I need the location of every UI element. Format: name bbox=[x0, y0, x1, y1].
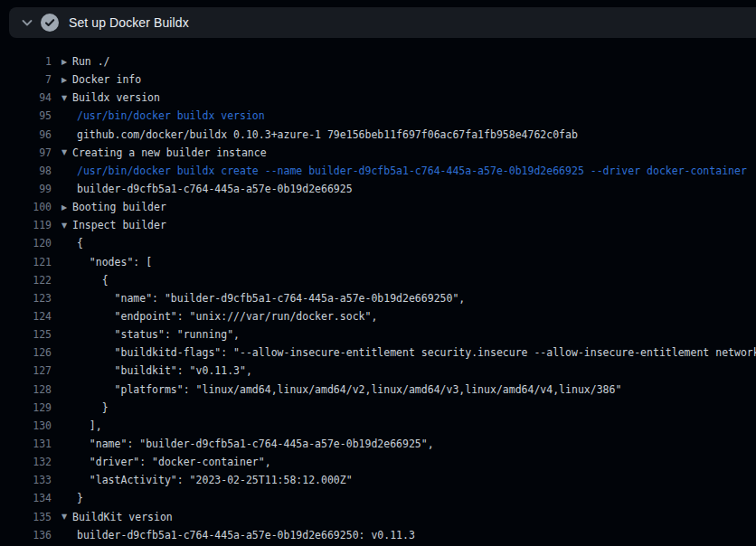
log-line-number[interactable]: 126 bbox=[0, 346, 52, 359]
log-row: 128 "platforms": "linux/amd64,linux/amd6… bbox=[0, 381, 756, 399]
log-row: 135▼BuildKit version bbox=[0, 508, 756, 526]
triangle-down-icon: ▼ bbox=[61, 148, 72, 156]
log-output-text: builder-d9cfb5a1-c764-445a-a57e-0b19d2e6… bbox=[77, 183, 353, 195]
log-line-number[interactable]: 97 bbox=[0, 146, 52, 159]
log-row: 123 "name": "builder-d9cfb5a1-c764-445a-… bbox=[0, 289, 756, 307]
log-group-toggle[interactable]: ▼Inspect builder bbox=[61, 219, 166, 231]
triangle-right-icon: ▶ bbox=[61, 76, 72, 84]
triangle-down-icon: ▼ bbox=[61, 513, 72, 521]
log-group-toggle[interactable]: ▼BuildKit version bbox=[61, 511, 173, 523]
log-group-title: Inspect builder bbox=[72, 219, 166, 231]
log-output-text: "name": "builder-d9cfb5a1-c764-445a-a57e… bbox=[77, 438, 434, 450]
log-output-text: } bbox=[77, 492, 83, 504]
log-row: 121 "nodes": [ bbox=[0, 253, 756, 271]
log-row: 127 "buildkit": "v0.11.3", bbox=[0, 362, 756, 380]
log-line-number[interactable]: 127 bbox=[0, 364, 52, 377]
log-group-toggle[interactable]: ▶Run ./ bbox=[61, 55, 110, 68]
log-line-number[interactable]: 98 bbox=[0, 165, 52, 177]
log-row: 125 "status": "running", bbox=[0, 325, 756, 344]
log-row: 95/usr/bin/docker buildx version bbox=[0, 107, 756, 125]
log-row: 133 "lastActivity": "2023-02-25T11:58:12… bbox=[0, 471, 756, 489]
log-group-title: Docker info bbox=[72, 73, 141, 86]
log-row: 94▼Buildx version bbox=[0, 89, 756, 107]
log-row: 124 "endpoint": "unix:///var/run/docker.… bbox=[0, 307, 756, 325]
log-line-number[interactable]: 122 bbox=[0, 274, 52, 287]
log-group-toggle[interactable]: ▶Docker info bbox=[61, 73, 141, 86]
log-row: 99builder-d9cfb5a1-c764-445a-a57e-0b19d2… bbox=[0, 180, 756, 198]
log-line-number[interactable]: 134 bbox=[0, 492, 52, 504]
log-line-number[interactable]: 96 bbox=[0, 128, 52, 141]
log-line-number[interactable]: 133 bbox=[0, 474, 52, 486]
log-lines: 1▶Run ./7▶Docker info94▼Buildx version95… bbox=[0, 52, 756, 544]
step-title: Set up Docker Buildx bbox=[69, 15, 189, 30]
log-output-text: builder-d9cfb5a1-c764-445a-a57e-0b19d2e6… bbox=[77, 529, 415, 541]
log-row: 134} bbox=[0, 489, 756, 507]
log-group-title: Creating a new builder instance bbox=[72, 146, 267, 159]
log-row: 130 ], bbox=[0, 417, 756, 435]
log-line-number[interactable]: 123 bbox=[0, 292, 52, 305]
chevron-down-icon[interactable] bbox=[20, 15, 34, 30]
log-group-title: Run ./ bbox=[72, 55, 110, 68]
log-output-text: "nodes": [ bbox=[77, 256, 152, 268]
log-row: 96github.com/docker/buildx 0.10.3+azure-… bbox=[0, 126, 756, 144]
log-line-number[interactable]: 129 bbox=[0, 401, 52, 414]
log-line-number[interactable]: 131 bbox=[0, 438, 52, 450]
log-line-number[interactable]: 1 bbox=[0, 55, 52, 68]
log-row: 1▶Run ./ bbox=[0, 52, 756, 71]
log-output-text: "endpoint": "unix:///var/run/docker.sock… bbox=[77, 310, 377, 323]
log-group-toggle[interactable]: ▼Creating a new builder instance bbox=[61, 146, 267, 159]
check-circle-icon bbox=[41, 14, 59, 32]
log-output-text: { bbox=[77, 274, 109, 287]
log-line-number[interactable]: 136 bbox=[0, 529, 52, 541]
log-line-number[interactable]: 7 bbox=[0, 73, 52, 86]
log-output-text: "name": "builder-d9cfb5a1-c764-445a-a57e… bbox=[77, 292, 465, 305]
log-group-toggle[interactable]: ▶Booting builder bbox=[61, 201, 166, 213]
log-output-text: "buildkitd-flags": "--allow-insecure-ent… bbox=[77, 346, 756, 359]
log-group-title: BuildKit version bbox=[72, 511, 173, 523]
log-row: 119▼Inspect builder bbox=[0, 216, 756, 234]
log-line-number[interactable]: 100 bbox=[0, 201, 52, 213]
step-header[interactable]: Set up Docker Buildx bbox=[9, 7, 756, 38]
log-output-text: } bbox=[77, 401, 109, 414]
log-row: 131 "name": "builder-d9cfb5a1-c764-445a-… bbox=[0, 435, 756, 453]
log-output-text: "status": "running", bbox=[77, 328, 240, 341]
log-output-text: "driver": "docker-container", bbox=[77, 456, 271, 468]
log-row: 98/usr/bin/docker buildx create --name b… bbox=[0, 162, 756, 180]
log-row: 136builder-d9cfb5a1-c764-445a-a57e-0b19d… bbox=[0, 526, 756, 544]
log-line-number[interactable]: 95 bbox=[0, 109, 52, 122]
log-command-text: /usr/bin/docker buildx create --name bui… bbox=[77, 165, 747, 177]
triangle-down-icon: ▼ bbox=[61, 221, 72, 230]
log-line-number[interactable]: 132 bbox=[0, 456, 52, 468]
log-line-number[interactable]: 120 bbox=[0, 237, 52, 249]
log-output-text: github.com/docker/buildx 0.10.3+azure-1 … bbox=[77, 128, 578, 141]
log-output-text: "buildkit": "v0.11.3", bbox=[77, 364, 252, 377]
log-line-number[interactable]: 124 bbox=[0, 310, 52, 323]
log-output-text: "lastActivity": "2023-02-25T11:58:12.000… bbox=[77, 474, 353, 486]
log-group-title: Buildx version bbox=[72, 91, 160, 104]
triangle-down-icon: ▼ bbox=[61, 94, 72, 102]
log-row: 97▼Creating a new builder instance bbox=[0, 144, 756, 162]
log-line-number[interactable]: 128 bbox=[0, 383, 52, 396]
log-line-number[interactable]: 130 bbox=[0, 419, 52, 432]
log-row: 100▶Booting builder bbox=[0, 198, 756, 216]
log-line-number[interactable]: 125 bbox=[0, 328, 52, 341]
log-row: 7▶Docker info bbox=[0, 71, 756, 89]
log-command-text: /usr/bin/docker buildx version bbox=[77, 109, 265, 122]
log-viewer: Set up Docker Buildx 1▶Run ./7▶Docker in… bbox=[0, 0, 756, 546]
log-row: 129 } bbox=[0, 399, 756, 417]
log-line-number[interactable]: 135 bbox=[0, 511, 52, 523]
log-output-text: { bbox=[77, 237, 83, 249]
log-line-number[interactable]: 99 bbox=[0, 183, 52, 195]
log-row: 122 { bbox=[0, 271, 756, 289]
log-line-number[interactable]: 119 bbox=[0, 219, 52, 231]
log-output-text: ], bbox=[77, 419, 102, 432]
log-line-number[interactable]: 121 bbox=[0, 256, 52, 268]
triangle-right-icon: ▶ bbox=[61, 58, 72, 66]
log-group-title: Booting builder bbox=[72, 201, 166, 213]
log-row: 126 "buildkitd-flags": "--allow-insecure… bbox=[0, 344, 756, 362]
log-row: 132 "driver": "docker-container", bbox=[0, 453, 756, 471]
log-group-toggle[interactable]: ▼Buildx version bbox=[61, 91, 160, 104]
log-output-text: "platforms": "linux/amd64,linux/amd64/v2… bbox=[77, 383, 621, 396]
log-line-number[interactable]: 94 bbox=[0, 91, 52, 104]
log-row: 120{ bbox=[0, 234, 756, 252]
